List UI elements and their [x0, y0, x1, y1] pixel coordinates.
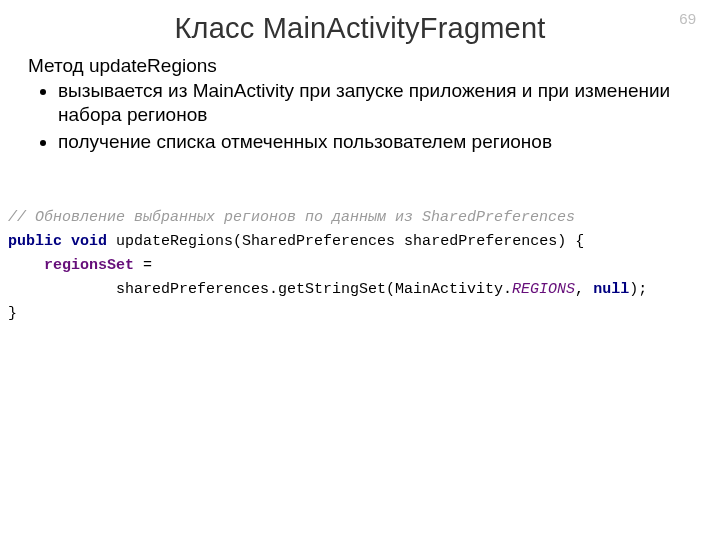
code-keyword: public: [8, 233, 62, 250]
code-text: ,: [575, 281, 593, 298]
code-text: (SharedPreferences sharedPreferences) {: [233, 233, 584, 250]
list-item: получение списка отмеченных пользователе…: [58, 130, 692, 154]
code-comment: // Обновление выбранных регионов по данн…: [8, 209, 575, 226]
code-keyword: null: [593, 281, 629, 298]
code-keyword: void: [71, 233, 107, 250]
code-method: updateRegions: [116, 233, 233, 250]
code-text: =: [134, 257, 152, 274]
slide-title: Класс MainActivityFragment: [28, 12, 692, 45]
code-text: );: [629, 281, 647, 298]
page-number: 69: [679, 10, 696, 27]
code-constant: REGIONS: [512, 281, 575, 298]
bullet-list: вызывается из MainActivity при запуске п…: [28, 79, 692, 154]
code-field: regionsSet: [44, 257, 134, 274]
code-text: sharedPreferences.getStringSet(MainActiv…: [8, 281, 512, 298]
code-block: // Обновление выбранных регионов по данн…: [8, 182, 692, 326]
code-text: }: [8, 305, 17, 322]
intro-text: Метод updateRegions: [28, 55, 692, 77]
list-item: вызывается из MainActivity при запуске п…: [58, 79, 692, 128]
